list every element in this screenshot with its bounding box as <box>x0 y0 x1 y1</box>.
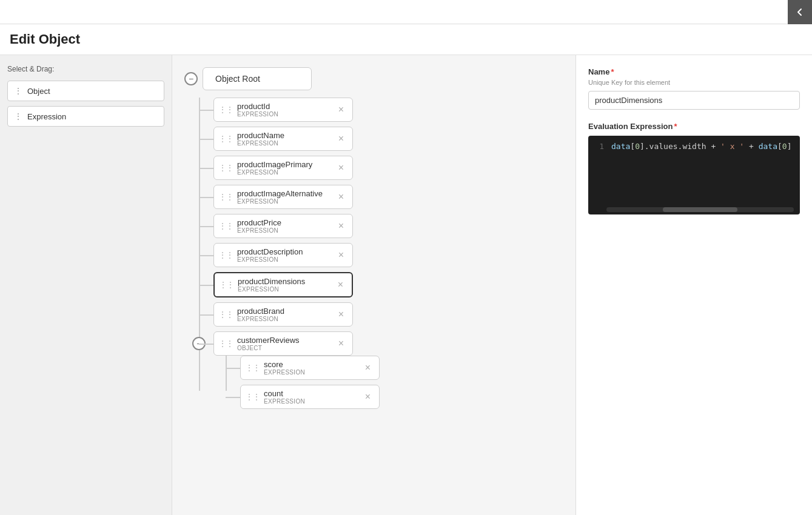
node-content-productId: productId EXPRESSION <box>237 102 332 118</box>
node-type-productDescription: EXPRESSION <box>237 256 332 263</box>
right-panel: Name* Unique Key for this element Evalua… <box>575 55 812 515</box>
node-name-productId: productId <box>237 102 332 111</box>
node-name-productName: productName <box>237 131 332 140</box>
code-editor[interactable]: 1 data[0].values.width + ' x ' + data[0] <box>588 136 800 214</box>
node-content-productDimensions: productDimensions EXPRESSION <box>238 277 332 293</box>
node-drag-handle-customerReviews: ⋮⋮ <box>219 339 233 348</box>
node-productImagePrimary[interactable]: ⋮⋮ productImagePrimary EXPRESSION × <box>213 156 353 180</box>
drag-item-object[interactable]: ⋮ Object <box>7 81 164 101</box>
left-panel-label: Select & Drag: <box>7 65 164 73</box>
node-name-score: score <box>264 360 359 369</box>
node-customerReviews[interactable]: ⋮⋮ customerReviews OBJECT × <box>213 331 353 356</box>
drag-item-expression-label: Expression <box>27 112 66 121</box>
node-close-productImagePrimary[interactable]: × <box>336 162 346 174</box>
node-content-productName: productName EXPRESSION <box>237 131 332 147</box>
node-type-count: EXPRESSION <box>264 398 359 405</box>
customerReviews-children: ⋮⋮ score EXPRESSION × ⋮⋮ <box>240 356 563 409</box>
node-productDimensions[interactable]: ⋮⋮ productDimensions EXPRESSION × <box>213 272 353 297</box>
node-name-productBrand: productBrand <box>237 307 332 316</box>
node-drag-handle-count: ⋮⋮ <box>246 393 260 401</box>
node-productName[interactable]: ⋮⋮ productName EXPRESSION × <box>213 127 353 151</box>
node-name-productDimensions: productDimensions <box>238 277 332 286</box>
node-content-count: count EXPRESSION <box>264 389 359 405</box>
node-type-customerReviews: OBJECT <box>237 345 332 351</box>
node-drag-handle-productPrice: ⋮⋮ <box>219 222 233 230</box>
node-name-count: count <box>264 389 359 398</box>
node-type-score: EXPRESSION <box>264 369 359 376</box>
name-input[interactable] <box>588 91 800 110</box>
node-type-productPrice: EXPRESSION <box>237 227 332 234</box>
table-row: ⋮⋮ productImagePrimary EXPRESSION × <box>213 156 563 180</box>
table-row: ⋮⋮ productPrice EXPRESSION × <box>213 214 563 238</box>
node-content-score: score EXPRESSION <box>264 360 359 376</box>
node-content-customerReviews: customerReviews OBJECT <box>237 336 332 351</box>
node-close-productImageAlternative[interactable]: × <box>336 191 346 203</box>
node-content-productPrice: productPrice EXPRESSION <box>237 218 332 234</box>
code-token-02: 0 <box>782 142 787 151</box>
node-type-productId: EXPRESSION <box>237 111 332 118</box>
node-drag-handle-productName: ⋮⋮ <box>219 135 233 143</box>
code-token-data02: data <box>759 142 777 151</box>
node-close-productName[interactable]: × <box>336 133 346 145</box>
node-close-productId[interactable]: × <box>336 104 346 116</box>
root-collapse-button[interactable]: − <box>184 72 198 85</box>
node-name-productImagePrimary: productImagePrimary <box>237 160 332 169</box>
node-drag-handle-productImageAlternative: ⋮⋮ <box>219 193 233 201</box>
drag-item-object-label: Object <box>27 87 50 96</box>
node-content-productBrand: productBrand EXPRESSION <box>237 307 332 322</box>
name-required-star: * <box>611 67 614 76</box>
table-row: ⋮⋮ productName EXPRESSION × <box>213 127 563 151</box>
node-drag-handle-productId: ⋮⋮ <box>219 105 233 114</box>
node-type-productBrand: EXPRESSION <box>237 316 332 322</box>
table-row: ⋮⋮ count EXPRESSION × <box>240 385 563 409</box>
tree-container: − Object Root ⋮⋮ productId EXPRESSION × <box>184 67 563 409</box>
table-row: ⋮⋮ customerReviews OBJECT × <box>213 331 563 356</box>
table-row: ⋮⋮ productBrand EXPRESSION × <box>213 302 563 327</box>
node-close-productBrand[interactable]: × <box>336 308 346 321</box>
center-panel: − Object Root ⋮⋮ productId EXPRESSION × <box>172 55 575 515</box>
node-drag-handle-productDimensions: ⋮⋮ <box>220 281 234 289</box>
node-close-productDescription[interactable]: × <box>336 249 346 261</box>
table-row: ⋮⋮ score EXPRESSION × <box>240 356 563 380</box>
node-type-productImagePrimary: EXPRESSION <box>237 169 332 176</box>
page-title: Edit Object <box>0 24 812 55</box>
node-name-productPrice: productPrice <box>237 218 332 227</box>
node-type-productName: EXPRESSION <box>237 140 332 147</box>
node-close-count[interactable]: × <box>363 391 373 403</box>
code-token-space: ' x ' <box>720 142 744 151</box>
node-name-productImageAlternative: productImageAlternative <box>237 189 332 198</box>
node-score[interactable]: ⋮⋮ score EXPRESSION × <box>240 356 380 380</box>
code-token-0: 0 <box>635 142 640 151</box>
node-name-productDescription: productDescription <box>237 247 332 256</box>
code-line-1: 1 data[0].values.width + ' x ' + data[0] <box>594 142 794 151</box>
left-panel: Select & Drag: ⋮ Object ⋮ Expression <box>0 55 172 515</box>
drag-item-expression[interactable]: ⋮ Expression <box>7 106 164 127</box>
node-close-customerReviews[interactable]: × <box>336 337 346 350</box>
name-field-hint: Unique Key for this element <box>588 79 800 86</box>
object-row-customerReviews: − ⋮⋮ customerReviews OBJECT × <box>213 331 563 356</box>
code-scrollbar-thumb <box>663 207 738 212</box>
table-row: ⋮⋮ productDescription EXPRESSION × <box>213 243 563 267</box>
node-close-score[interactable]: × <box>363 362 373 374</box>
tree-root: − Object Root <box>184 67 563 90</box>
node-count[interactable]: ⋮⋮ count EXPRESSION × <box>240 385 380 409</box>
code-token-data0: data <box>611 142 630 151</box>
table-row: ⋮⋮ productDimensions EXPRESSION × <box>213 272 563 297</box>
line-number-1: 1 <box>594 142 604 151</box>
top-bar-back[interactable] <box>788 0 812 24</box>
tree-children: ⋮⋮ productId EXPRESSION × ⋮⋮ productName <box>213 98 563 409</box>
top-bar <box>0 0 812 24</box>
code-editor-scrollbar[interactable] <box>606 207 794 212</box>
node-close-productPrice[interactable]: × <box>336 220 346 232</box>
node-productDescription[interactable]: ⋮⋮ productDescription EXPRESSION × <box>213 243 353 267</box>
node-close-productDimensions[interactable]: × <box>335 279 346 291</box>
node-productId[interactable]: ⋮⋮ productId EXPRESSION × <box>213 98 353 122</box>
node-productPrice[interactable]: ⋮⋮ productPrice EXPRESSION × <box>213 214 353 238</box>
root-node: Object Root <box>203 67 312 90</box>
drag-handle-object: ⋮ <box>14 86 22 96</box>
node-productImageAlternative[interactable]: ⋮⋮ productImageAlternative EXPRESSION × <box>213 185 353 209</box>
node-drag-handle-score: ⋮⋮ <box>246 364 260 372</box>
node-productBrand[interactable]: ⋮⋮ productBrand EXPRESSION × <box>213 302 353 327</box>
node-drag-handle-productDescription: ⋮⋮ <box>219 251 233 259</box>
drag-handle-expression: ⋮ <box>14 111 22 121</box>
